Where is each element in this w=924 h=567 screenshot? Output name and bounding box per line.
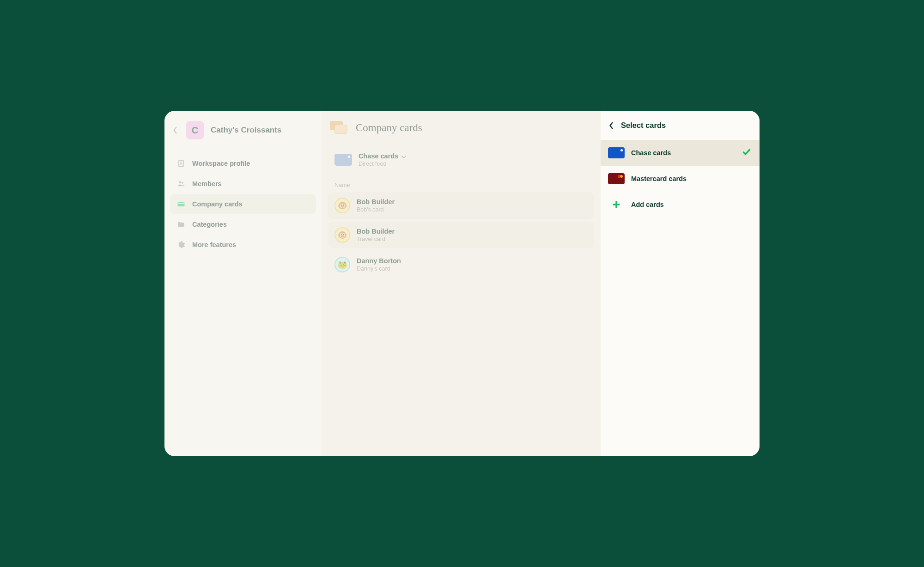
card-option-label: Chase cards: [631, 149, 736, 157]
sidebar-item-more-features[interactable]: More features: [170, 235, 316, 255]
column-header-name: Name: [328, 174, 594, 192]
sidebar-item-label: Workspace profile: [192, 160, 250, 167]
back-icon[interactable]: [171, 126, 179, 134]
check-icon: [742, 147, 751, 158]
card-row[interactable]: 🐵 Bob Builder Bob's card: [328, 192, 594, 219]
card-options-list: Chase cards Mastercard cards Add cards: [601, 140, 760, 217]
add-cards-label: Add cards: [631, 201, 664, 208]
main-header: Company cards: [328, 119, 594, 139]
document-icon: [176, 159, 186, 168]
gear-icon: [176, 240, 186, 249]
sidebar-item-label: Company cards: [192, 200, 243, 208]
workspace-title: Cathy's Croissants: [211, 126, 281, 135]
sidebar: C Cathy's Croissants Workspace profile M…: [164, 111, 322, 456]
avatar: 🐸: [334, 257, 350, 272]
feed-subtitle: Direct feed: [359, 161, 407, 167]
card-thumb-icon: [608, 173, 625, 184]
sidebar-item-workspace-profile[interactable]: Workspace profile: [170, 153, 316, 174]
app-window: C Cathy's Croissants Workspace profile M…: [164, 111, 760, 456]
person-name: Danny Borton: [357, 257, 401, 265]
card-feed-selector[interactable]: Chase cards Direct feed: [328, 146, 594, 174]
plus-icon: [608, 200, 625, 209]
card-icon: [176, 199, 186, 209]
members-icon: [176, 179, 186, 188]
card-row[interactable]: 🐸 Danny Borton Danny's card: [328, 251, 594, 278]
sidebar-nav: Workspace profile Members Company cards …: [168, 153, 318, 255]
card-option-label: Mastercard cards: [631, 175, 751, 182]
card-row[interactable]: 🐵 Bob Builder Travel card: [328, 222, 594, 248]
card-thumb-icon: [608, 147, 625, 158]
workspace-avatar-letter: C: [192, 125, 198, 136]
chevron-down-icon: [401, 153, 407, 159]
card-label: Bob's card: [357, 206, 395, 213]
main-pane: Company cards Chase cards Direct feed Na…: [322, 111, 601, 456]
svg-point-5: [182, 182, 183, 184]
sidebar-item-label: Members: [192, 180, 222, 187]
workspace-header: C Cathy's Croissants: [168, 119, 318, 141]
card-label: Travel card: [357, 236, 395, 242]
avatar: 🐵: [334, 198, 350, 213]
panel-header: Select cards: [601, 111, 760, 140]
person-name: Bob Builder: [357, 228, 395, 235]
workspace-avatar: C: [186, 121, 204, 139]
add-cards-button[interactable]: Add cards: [601, 192, 760, 217]
feed-name: Chase cards: [359, 152, 398, 160]
avatar: 🐵: [334, 227, 350, 243]
card-thumb-icon: [334, 154, 352, 166]
folder-icon: [176, 220, 186, 229]
person-name: Bob Builder: [357, 198, 395, 205]
svg-rect-6: [178, 202, 185, 206]
svg-rect-9: [613, 204, 620, 205]
sidebar-item-categories[interactable]: Categories: [170, 214, 316, 235]
svg-point-4: [179, 181, 181, 184]
back-icon[interactable]: [607, 121, 615, 130]
card-option-chase[interactable]: Chase cards: [601, 140, 760, 166]
panel-title: Select cards: [621, 121, 666, 130]
select-cards-panel: Select cards Chase cards Mastercard card…: [601, 111, 760, 456]
card-label: Danny's card: [357, 265, 401, 272]
sidebar-item-label: More features: [192, 241, 236, 248]
sidebar-item-company-cards[interactable]: Company cards: [170, 194, 316, 214]
svg-rect-7: [178, 203, 185, 204]
sidebar-item-members[interactable]: Members: [170, 174, 316, 194]
company-cards-icon: [330, 121, 348, 135]
sidebar-item-label: Categories: [192, 221, 227, 228]
card-option-mastercard[interactable]: Mastercard cards: [601, 166, 760, 192]
page-title: Company cards: [356, 122, 422, 134]
